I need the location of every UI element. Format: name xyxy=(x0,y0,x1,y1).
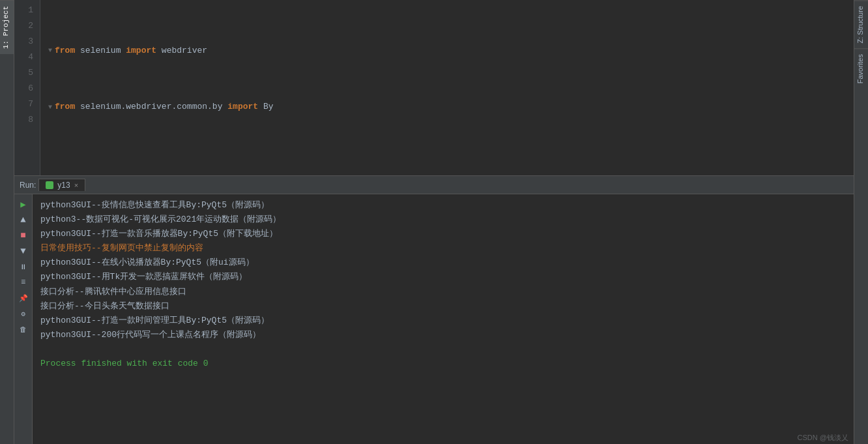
main-content: 1 2 3 4 5 6 7 8 ▼ from selenium import w… xyxy=(14,0,854,444)
output-line-4: 日常使用技巧--复制网页中禁止复制的内容 xyxy=(40,241,846,256)
bottom-panel: Run: y13 × ▶ ▲ ■ ▼ ⏸ ≡ 📌 ⚙ 🗑 pyt xyxy=(14,176,854,444)
code-text-1a: selenium xyxy=(75,44,126,58)
run-tab-name: y13 xyxy=(57,181,70,190)
pause-button[interactable]: ⏸ xyxy=(16,259,31,274)
play-button[interactable]: ▶ xyxy=(16,197,31,211)
code-area[interactable]: ▼ from selenium import webdriver ▼ from … xyxy=(40,0,854,175)
run-tab-close[interactable]: × xyxy=(74,181,78,189)
output-line-3: python3GUI--打造一款音乐播放器By:PyQt5（附下载地址） xyxy=(40,227,846,241)
code-line-1: ▼ from selenium import webdriver xyxy=(48,43,854,59)
output-area[interactable]: python3GUI--疫情信息快速查看工具By:PyQt5（附源码） pyth… xyxy=(33,194,854,444)
watermark: CSDN @钱淡乂 xyxy=(798,433,848,443)
scroll-down-button[interactable]: ▼ xyxy=(16,244,31,258)
output-line-12: Process finished with exit code 0 xyxy=(40,357,846,371)
keyword-import-2: import xyxy=(227,100,258,114)
line-numbers: 1 2 3 4 5 6 7 8 xyxy=(14,0,40,175)
line-num-7: 7 xyxy=(14,96,36,112)
fold-icon-1[interactable]: ▼ xyxy=(48,46,52,56)
keyword-import-1: import xyxy=(126,44,156,58)
run-tab-bar: Run: y13 × xyxy=(14,176,854,194)
output-line-8: 接口分析--今日头条天气数据接口 xyxy=(40,299,846,314)
run-toolbar: ▶ ▲ ■ ▼ ⏸ ≡ 📌 ⚙ 🗑 xyxy=(14,194,33,444)
pin-button[interactable]: 📌 xyxy=(16,291,31,305)
right-side-panel: Z: Structure Favorites xyxy=(854,0,868,444)
stop-button[interactable]: ■ xyxy=(16,228,31,243)
keyword-from-1: from xyxy=(55,44,75,58)
code-text-2a: selenium.webdriver.common.by xyxy=(75,100,227,114)
code-text-1b: webdriver xyxy=(156,44,207,58)
output-line-9: python3GUI--打造一款时间管理工具By:PyQt5（附源码） xyxy=(40,314,846,328)
rerun-button[interactable]: ≡ xyxy=(16,275,31,289)
sidebar-item-project[interactable]: 1: Project xyxy=(0,0,14,54)
left-side-panel: 1: Project xyxy=(0,0,14,444)
settings-button[interactable]: ⚙ xyxy=(16,306,31,321)
code-line-3 xyxy=(48,156,854,171)
output-line-11 xyxy=(40,342,846,357)
code-line-2: ▼ from selenium.webdriver.common.by impo… xyxy=(48,100,854,115)
output-line-2: python3--数据可视化-可视化展示2021年运动数据（附源码） xyxy=(40,213,846,227)
trash-button[interactable]: 🗑 xyxy=(16,322,31,336)
output-line-5: python3GUI--在线小说播放器By:PyQt5（附ui源码） xyxy=(40,256,846,270)
code-text-2b: By xyxy=(258,100,273,114)
output-line-6: python3GUI--用Tk开发一款恶搞蓝屏软件（附源码） xyxy=(40,270,846,284)
run-label: Run: xyxy=(20,181,36,190)
line-num-1: 1 xyxy=(14,3,36,18)
sidebar-item-favorites[interactable]: Favorites xyxy=(854,48,868,89)
output-line-10: python3GUI--200行代码写一个上课点名程序（附源码） xyxy=(40,328,846,342)
run-tab-icon xyxy=(46,181,53,189)
sidebar-item-structure[interactable]: Z: Structure xyxy=(854,0,868,48)
scroll-up-button[interactable]: ▲ xyxy=(16,213,31,227)
line-num-5: 5 xyxy=(14,65,36,81)
output-line-7: 接口分析--腾讯软件中心应用信息接口 xyxy=(40,285,846,299)
line-num-3: 3 xyxy=(14,34,36,50)
line-num-8: 8 xyxy=(14,112,36,128)
line-num-4: 4 xyxy=(14,50,36,65)
fold-icon-2[interactable]: ▼ xyxy=(48,102,52,113)
code-editor: 1 2 3 4 5 6 7 8 ▼ from selenium import w… xyxy=(14,0,854,176)
keyword-from-2: from xyxy=(55,100,75,114)
line-num-6: 6 xyxy=(14,81,36,96)
bottom-content: ▶ ▲ ■ ▼ ⏸ ≡ 📌 ⚙ 🗑 python3GUI--疫情信息快速查看工具… xyxy=(14,194,854,444)
run-tab-y13[interactable]: y13 × xyxy=(38,179,85,191)
output-line-1: python3GUI--疫情信息快速查看工具By:PyQt5（附源码） xyxy=(40,198,846,213)
line-num-2: 2 xyxy=(14,18,36,34)
